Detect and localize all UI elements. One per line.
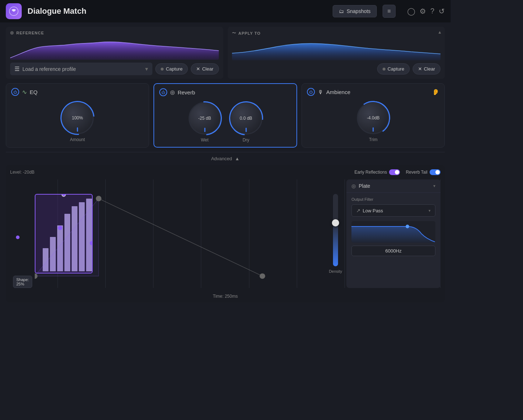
reverb-icon: ◎ bbox=[170, 89, 175, 96]
apply-to-capture-button[interactable]: Capture bbox=[377, 63, 410, 75]
plate-title: Plate bbox=[359, 183, 430, 189]
reverb-tail-toggle: Reverb Tail bbox=[406, 169, 440, 175]
apply-to-clear-button[interactable]: ✕ Clear bbox=[413, 63, 440, 75]
density-thumb[interactable] bbox=[332, 219, 339, 226]
eq-amount-label: Amount bbox=[70, 137, 85, 142]
filter-type-icon: ↗ bbox=[356, 208, 360, 213]
ambience-trim-label: Trim bbox=[369, 137, 378, 142]
reference-controls: ☰ Load a reference profile ▾ Capture ✕ C… bbox=[10, 63, 219, 75]
reverb-tail-pill[interactable] bbox=[430, 169, 440, 175]
eq-module: ⏻ ∿ EQ 100% Amount bbox=[6, 83, 149, 148]
reverb-wet-value: -25 dB bbox=[198, 116, 211, 121]
decay-line-svg bbox=[35, 183, 266, 292]
apply-to-icon: 〜 bbox=[232, 30, 236, 36]
snapshots-label: Snapshots bbox=[347, 8, 371, 14]
advanced-header[interactable]: Advanced ▲ bbox=[6, 152, 445, 161]
filter-select-arrow: ▾ bbox=[429, 208, 431, 213]
help-icon[interactable]: ? bbox=[430, 7, 434, 16]
eq-amount-value: 100% bbox=[72, 115, 83, 120]
reverb-power-button[interactable]: ⏻ bbox=[159, 88, 167, 96]
level-label: Level: -20dB bbox=[10, 170, 34, 175]
reverb-tail-label: Reverb Tail bbox=[406, 170, 427, 175]
gear-icon[interactable]: ⚙ bbox=[419, 7, 426, 16]
top-icon-group: ◯ ⚙ ? ↺ bbox=[407, 7, 445, 16]
eq-module-header: ⏻ ∿ EQ bbox=[11, 88, 144, 96]
shape-dot-indicator bbox=[16, 236, 20, 239]
filter-type-text: Low Pass bbox=[363, 208, 426, 213]
reference-capture-button[interactable]: Capture bbox=[155, 63, 188, 75]
reverb-wet-knob[interactable]: -25 dB bbox=[189, 102, 221, 135]
eq-amount-group: 100% Amount bbox=[61, 102, 94, 142]
reference-label: ◎ REFERENCE bbox=[10, 30, 219, 35]
load-profile-dropdown[interactable]: ☰ Load a reference profile ▾ bbox=[10, 63, 152, 75]
density-plate-area: Density ◎ Plate ▾ Output Filter ↗ Low Pa… bbox=[325, 179, 440, 288]
snapshots-icon: 🗂 bbox=[339, 8, 344, 14]
reverb-title: Reverb bbox=[178, 89, 195, 96]
plate-icon: ◎ bbox=[351, 183, 356, 189]
eq-module-body: 100% Amount bbox=[11, 102, 144, 142]
ambience-power-button[interactable]: ⏻ bbox=[307, 88, 315, 96]
modules-row: ⏻ ∿ EQ 100% Amount ⏻ ◎ Reverb bbox=[6, 83, 445, 148]
top-bar: Dialogue Match 🗂 Snapshots ≡ ◯ ⚙ ? ↺ bbox=[0, 0, 451, 22]
reverb-dry-group: 0.0 dB Dry bbox=[230, 102, 262, 143]
reverb-module-header: ⏻ ◎ Reverb bbox=[159, 88, 292, 96]
filter-frequency-display[interactable]: 6000Hz bbox=[351, 246, 435, 256]
apply-to-waveform bbox=[232, 39, 441, 60]
density-fill bbox=[333, 223, 338, 266]
eq-title: EQ bbox=[30, 89, 38, 95]
clear-x-icon: ✕ bbox=[196, 66, 200, 72]
reverb-visualizer: Level: -20dB Early Reflections Reverb Ta… bbox=[6, 165, 445, 302]
dropdown-arrow: ▾ bbox=[145, 65, 148, 72]
shape-badge-text: Shape: 25% bbox=[16, 277, 29, 286]
capture-dot-apply bbox=[383, 68, 385, 71]
plate-panel-header[interactable]: ◎ Plate ▾ bbox=[346, 179, 440, 193]
filter-curve-area bbox=[351, 221, 435, 243]
ambience-icon: 🎙 bbox=[318, 89, 323, 95]
output-filter-section: Output Filter ↗ Low Pass ▾ bbox=[346, 193, 440, 260]
early-reflections-pill[interactable] bbox=[389, 169, 400, 175]
chat-icon[interactable]: ◯ bbox=[407, 7, 415, 16]
shape-dot bbox=[16, 236, 20, 239]
plate-panel: ◎ Plate ▾ Output Filter ↗ Low Pass ▾ bbox=[346, 179, 440, 288]
plate-dropdown-arrow: ▾ bbox=[433, 183, 435, 188]
reference-clear-button[interactable]: ✕ Clear bbox=[191, 63, 219, 75]
early-reflections-toggle: Early Reflections bbox=[354, 169, 400, 175]
reverb-module: ⏻ ◎ Reverb -25 dB Wet 0.0 dB bbox=[153, 83, 298, 148]
collapse-button[interactable]: ▲ bbox=[438, 30, 442, 35]
hamburger-icon: ≡ bbox=[387, 8, 391, 14]
hamburger-button[interactable]: ≡ bbox=[383, 5, 396, 18]
reverb-dry-label: Dry bbox=[242, 137, 249, 143]
ref-apply-row: ◎ REFERENCE ☰ Loa bbox=[6, 27, 445, 79]
ambience-module-header: ⏻ 🎙 Ambience 👂 bbox=[307, 88, 439, 96]
density-slider-group: Density bbox=[325, 179, 346, 288]
density-track[interactable] bbox=[333, 194, 338, 266]
reference-icon: ◎ bbox=[10, 30, 14, 35]
eq-amount-knob[interactable]: 100% bbox=[61, 102, 94, 134]
advanced-label: Advanced bbox=[211, 156, 232, 161]
snapshots-button[interactable]: 🗂 Snapshots bbox=[333, 5, 377, 17]
apply-to-label: 〜 APPLY TO bbox=[232, 30, 441, 36]
eq-icon: ∿ bbox=[22, 89, 27, 96]
undo-icon[interactable]: ↺ bbox=[439, 7, 445, 16]
shape-badge: Shape: 25% bbox=[13, 276, 32, 288]
ambience-trim-knob[interactable]: -4.0dB bbox=[357, 102, 389, 134]
ambience-module: ⏻ 🎙 Ambience 👂 -4.0dB Trim bbox=[301, 83, 445, 148]
filter-type-select[interactable]: ↗ Low Pass ▾ bbox=[351, 204, 435, 217]
ambience-module-body: -4.0dB Trim bbox=[307, 102, 439, 142]
output-filter-label: Output Filter bbox=[351, 197, 435, 201]
app-title: Dialogue Match bbox=[28, 7, 327, 16]
eq-power-button[interactable]: ⏻ bbox=[11, 88, 19, 96]
ear-icon: 👂 bbox=[432, 89, 439, 96]
reverb-dry-value: 0.0 dB bbox=[240, 116, 252, 121]
reverb-dry-knob[interactable]: 0.0 dB bbox=[230, 102, 262, 135]
menu-icon: ☰ bbox=[14, 65, 20, 72]
svg-point-1 bbox=[406, 225, 409, 228]
reverb-wet-label: Wet bbox=[201, 137, 208, 143]
clear-x-icon-apply: ✕ bbox=[418, 66, 422, 72]
decay-peak-handle bbox=[96, 196, 101, 201]
density-label: Density bbox=[329, 269, 342, 273]
capture-dot bbox=[161, 68, 164, 71]
reverb-module-body: -25 dB Wet 0.0 dB Dry bbox=[159, 102, 292, 143]
advanced-arrow-icon: ▲ bbox=[235, 156, 240, 161]
vis-toggles: Early Reflections Reverb Tail bbox=[354, 169, 440, 175]
